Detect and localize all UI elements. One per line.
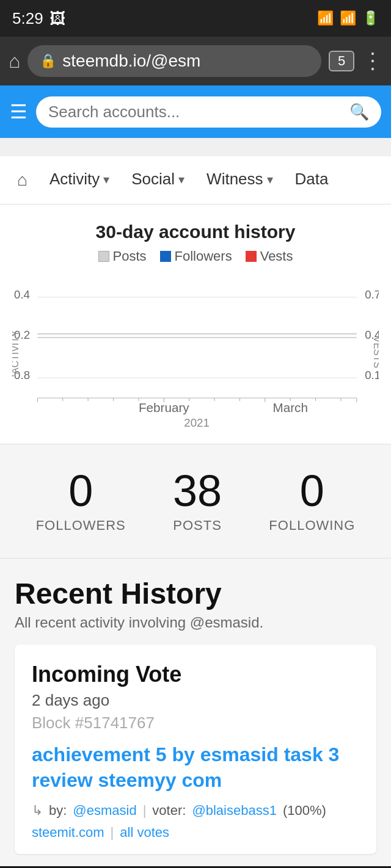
svg-text:0.7: 0.7 [365,288,379,301]
activity-type: Incoming Vote [32,662,359,687]
legend-followers: Followers [160,248,232,264]
legend-vests-dot [246,251,257,262]
stat-posts-label: Posts [173,518,222,533]
nav-tabs: ⌂ Activity ▾ Social ▾ Witness ▾ Data [0,156,391,204]
status-right: 📶 📶 🔋 [317,10,379,26]
recent-history-subtitle: All recent activity involving @esmasid. [15,614,376,631]
meta-divider-1: | [143,803,147,819]
activity-block: Block #51741767 [32,714,359,732]
svg-text:2021: 2021 [184,416,209,429]
browser-home-icon[interactable]: ⌂ [9,50,20,73]
by-user[interactable]: @esmasid [73,803,136,819]
app-header: ☰ 🔍 [0,85,391,138]
status-time: 5:29 [12,9,43,28]
voter-percent: (100%) [283,803,326,819]
svg-text:VESTS: VESTS [372,336,379,369]
reply-icon: ↳ [32,803,43,819]
hamburger-icon[interactable]: ☰ [10,100,27,123]
stat-following-label: Following [269,518,355,533]
chart-container: 0.4 -0.2 -0.8 0.7 0.4 0.1 ACTIVITY VESTS [12,273,379,432]
svg-text:0.4: 0.4 [14,288,30,301]
tab-witness[interactable]: Witness ▾ [196,156,283,204]
stat-posts-value: 38 [173,469,222,513]
activity-card: Incoming Vote 2 days ago Block #51741767… [15,645,376,854]
battery-icon: 🔋 [362,10,379,26]
stat-followers-value: 0 [36,469,126,513]
svg-text:March: March [272,401,307,414]
social-dropdown-icon: ▾ [178,172,185,187]
chart-legend: Posts Followers Vests [12,248,379,264]
legend-posts-label: Posts [113,248,147,264]
tab-home[interactable]: ⌂ [6,157,38,203]
tab-activity-label: Activity [49,170,100,189]
voter-label: voter: [152,803,186,819]
status-left: 5:29 🖼 [12,9,65,28]
witness-dropdown-icon: ▾ [267,172,273,187]
legend-vests-label: Vests [260,248,293,264]
legend-followers-label: Followers [175,248,232,264]
search-bar[interactable]: 🔍 [36,96,381,128]
legend-posts: Posts [98,248,147,264]
tab-activity[interactable]: Activity ▾ [38,156,120,204]
activity-time: 2 days ago [32,691,359,710]
chart-section: 30-day account history Posts Followers V… [0,204,391,444]
browser-url-bar[interactable]: 🔒 steemdb.io/@esm [27,45,321,77]
chart-svg: 0.4 -0.2 -0.8 0.7 0.4 0.1 ACTIVITY VESTS [12,273,379,432]
svg-text:ACTIVITY: ACTIVITY [12,330,20,374]
stat-following: 0 Following [269,469,355,533]
voter-user[interactable]: @blaisebass1 [192,803,277,819]
legend-posts-dot [98,251,109,262]
search-icon: 🔍 [349,103,369,121]
lock-icon: 🔒 [40,53,56,69]
wifi-icon: 📶 [317,10,334,26]
recent-history-section: Recent History All recent activity invol… [0,559,391,866]
stat-followers: 0 Followers [36,469,126,533]
search-input[interactable] [48,103,343,121]
source-link[interactable]: steemit.com [32,825,104,841]
tab-social-label: Social [131,170,175,189]
status-bar: 5:29 🖼 📶 📶 🔋 [0,0,391,37]
tab-social[interactable]: Social ▾ [120,156,196,204]
stat-followers-label: Followers [36,518,126,533]
all-votes-link[interactable]: all votes [120,825,169,841]
meta-divider-2: | [111,825,114,841]
signal-icon: 📶 [340,10,356,26]
browser-bar: ⌂ 🔒 steemdb.io/@esm 5 ⋮ [0,37,391,85]
browser-tab-badge[interactable]: 5 [329,51,354,71]
header-spacer [0,138,391,156]
photo-icon: 🖼 [49,9,65,28]
legend-vests: Vests [246,248,293,264]
legend-followers-dot [160,251,171,262]
tab-data[interactable]: Data [284,156,340,204]
browser-url-text: steemdb.io/@esm [62,51,309,71]
tab-witness-label: Witness [206,170,263,189]
activity-meta: ↳ by: @esmasid | voter: @blaisebass1 (10… [32,803,359,841]
chart-title: 30-day account history [12,222,379,242]
svg-text:February: February [139,401,190,414]
stat-following-value: 0 [269,469,355,513]
activity-link[interactable]: achievement 5 by esmasid task 3 review s… [32,742,359,793]
tab-data-label: Data [295,170,329,189]
browser-menu-icon[interactable]: ⋮ [362,48,382,74]
activity-dropdown-icon: ▾ [103,172,109,187]
stat-posts: 38 Posts [173,469,222,533]
stats-row: 0 Followers 38 Posts 0 Following [0,444,391,559]
recent-history-title: Recent History [15,577,376,610]
svg-text:0.1: 0.1 [365,369,379,382]
by-label: by: [49,803,67,819]
